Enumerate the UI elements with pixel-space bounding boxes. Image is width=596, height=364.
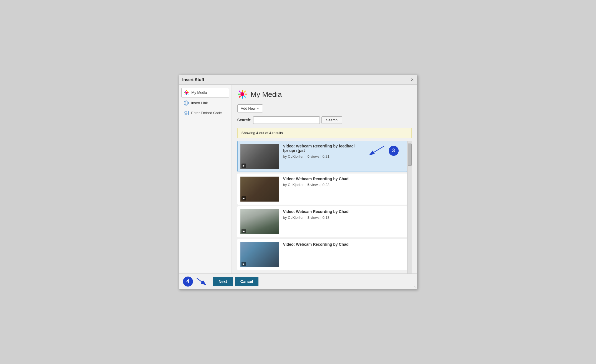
main-header: My Media (237, 89, 412, 100)
search-button[interactable]: Search (321, 116, 342, 124)
thumb-play-icon-3: ▶ (242, 229, 246, 233)
scrollbar-track[interactable] (407, 141, 412, 273)
thumb-play-icon-2: ▶ (242, 196, 246, 200)
sidebar-item-my-media[interactable]: My Media (181, 88, 229, 97)
svg-line-8 (185, 94, 185, 94)
svg-point-18 (240, 92, 244, 96)
media-meta-3: by CLKjorlien | 8 views | 0:13 (283, 215, 404, 220)
resize-handle-icon[interactable]: ⤡ (414, 285, 417, 289)
annotation-3-container: 3 (365, 144, 399, 158)
media-author-2: CLKjorlien (288, 183, 305, 187)
scroll-area[interactable]: ▶ Video: Webcam Recording by feedbacl fp… (237, 141, 407, 273)
annotation-badge-3: 3 (389, 146, 399, 156)
svg-rect-15 (185, 112, 187, 113)
media-views-1: 0 (307, 154, 309, 159)
svg-line-5 (185, 91, 185, 92)
media-item-2[interactable]: ▶ Video: Webcam Recording by Chad by CLK… (237, 174, 407, 205)
media-title-3: Video: Webcam Recording by Chad (283, 209, 404, 214)
annotation-arrow-3 (365, 144, 387, 158)
svg-line-30 (197, 278, 205, 284)
media-author-1: CLKjorlien (288, 154, 305, 159)
media-title-2: Video: Webcam Recording by Chad (283, 177, 404, 181)
search-input[interactable] (253, 116, 320, 124)
svg-line-24 (244, 96, 246, 97)
media-views-2: 5 (307, 183, 309, 187)
media-thumbnail-3: ▶ (240, 209, 279, 234)
media-item-4[interactable]: ▶ Video: Webcam Recording by Chad (237, 239, 407, 270)
add-new-label: Add New (241, 106, 256, 111)
embed-icon (183, 110, 189, 116)
svg-line-7 (187, 91, 188, 92)
footer-annotation: 4 (183, 277, 208, 287)
scrollbar-thumb[interactable] (408, 144, 412, 166)
insert-stuff-dialog: Insert Stuff × (179, 75, 418, 290)
media-thumbnail-4: ▶ (240, 242, 279, 267)
svg-line-6 (187, 94, 188, 94)
media-info-4: Video: Webcam Recording by Chad (283, 242, 404, 248)
svg-line-23 (239, 91, 241, 92)
toolbar: Add New ▼ (237, 104, 412, 112)
media-thumbnail-2: ▶ (240, 177, 279, 202)
search-label: Search: (237, 118, 252, 122)
add-new-button[interactable]: Add New ▼ (237, 104, 263, 112)
sidebar-item-insert-link[interactable]: Insert Link (181, 99, 229, 107)
media-list-container: ▶ Video: Webcam Recording by feedbacl fp… (237, 141, 412, 273)
my-media-icon (184, 90, 189, 96)
media-meta-2: by CLKjorlien | 5 views | 0:23 (283, 183, 404, 187)
annotation-arrow-4 (195, 277, 208, 287)
media-title-4: Video: Webcam Recording by Chad (283, 242, 404, 247)
next-button[interactable]: Next (213, 277, 233, 286)
search-row: Search: Search (237, 116, 412, 124)
media-info-2: Video: Webcam Recording by Chad by CLKjo… (283, 177, 404, 187)
dialog-body: My Media Insert Link (179, 85, 417, 273)
media-duration-1: 0:21 (322, 154, 329, 159)
sidebar-item-insert-link-label: Insert Link (191, 101, 208, 105)
media-title-1: Video: Webcam Recording by feedbacl fpr … (283, 144, 361, 153)
media-info-3: Video: Webcam Recording by Chad by CLKjo… (283, 209, 404, 220)
cancel-button[interactable]: Cancel (235, 277, 258, 286)
media-author-3: CLKjorlien (288, 215, 305, 220)
media-views-3: 8 (307, 215, 309, 220)
svg-line-26 (239, 96, 241, 97)
media-thumbnail-1: ▶ (240, 144, 279, 169)
dialog-footer: 4 Next Cancel ⤡ (179, 273, 417, 289)
media-item-1[interactable]: ▶ Video: Webcam Recording by feedbacl fp… (237, 141, 407, 172)
media-duration-2: 0:23 (322, 183, 329, 187)
thumb-play-icon-4: ▶ (242, 262, 246, 266)
dialog-title: Insert Stuff (182, 77, 204, 82)
results-bar: Showing 4 out of 4 results (237, 128, 412, 138)
svg-point-0 (185, 92, 188, 94)
main-content: My Media Add New ▼ Search: Search Showin… (232, 85, 417, 273)
media-item-3[interactable]: ▶ Video: Webcam Recording by Chad by CLK… (237, 206, 407, 237)
media-info-1: Video: Webcam Recording by feedbacl fpr … (283, 144, 361, 159)
thumb-play-icon-1: ▶ (242, 164, 246, 168)
sidebar-item-enter-embed-code-label: Enter Embed Code (191, 111, 222, 115)
media-duration-3: 0:13 (322, 215, 329, 220)
main-media-icon (237, 89, 247, 100)
sidebar: My Media Insert Link (179, 85, 232, 273)
sidebar-item-enter-embed-code[interactable]: Enter Embed Code (181, 109, 229, 117)
svg-line-25 (244, 91, 246, 92)
main-title: My Media (251, 90, 282, 99)
annotation-badge-4: 4 (183, 277, 193, 287)
close-button[interactable]: × (411, 77, 414, 82)
dialog-titlebar: Insert Stuff × (179, 75, 417, 85)
dropdown-arrow-icon: ▼ (256, 107, 259, 110)
media-meta-1: by CLKjorlien | 0 views | 0:21 (283, 154, 361, 159)
results-showing-text: Showing 4 out of 4 results (242, 131, 283, 135)
globe-icon (183, 100, 189, 106)
sidebar-item-my-media-label: My Media (192, 91, 207, 95)
svg-line-28 (370, 146, 384, 154)
